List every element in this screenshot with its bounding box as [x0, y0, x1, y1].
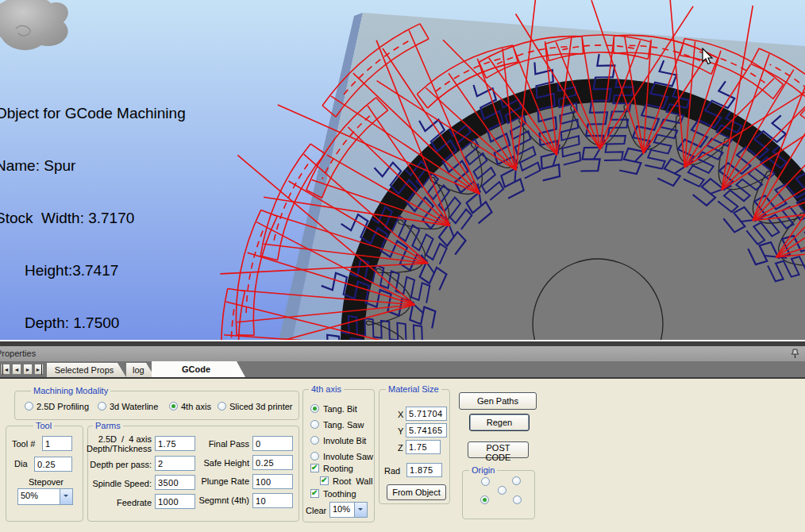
origin-top-right-radio[interactable] — [512, 476, 521, 485]
material-x-field[interactable] — [406, 407, 447, 421]
properties-titlebar: Properties — [0, 346, 805, 361]
clear-value: 10% — [333, 504, 350, 514]
stepover-value: 50% — [21, 491, 38, 500]
origin-center-radio[interactable] — [498, 486, 506, 495]
overlay-line: Name: Spur — [0, 157, 186, 175]
radio-tang-bit[interactable] — [310, 404, 319, 413]
post-code-button[interactable]: POST CODE — [468, 441, 529, 458]
properties-tabstrip: ◄ ◄ ► ► Selected Props log GCode Process… — [0, 361, 805, 379]
overlay-line: Stock Width: 3.7170 — [0, 210, 186, 227]
radio-label: Sliced 3d printer — [229, 402, 293, 411]
radio-3d-waterline[interactable] — [98, 402, 106, 411]
parms-group: Parms 2.5D / 4 axis Depth/Thickness Dept… — [87, 426, 299, 522]
tab-log[interactable]: log — [126, 363, 155, 377]
group-label: Tool — [33, 421, 54, 430]
depth-per-pass-label: Depth per pass: — [85, 460, 152, 469]
radio-sliced-3d-printer[interactable] — [218, 402, 226, 411]
group-label: Origin — [469, 465, 497, 475]
radio-involute-bit[interactable] — [310, 436, 319, 445]
plunge-rate-field[interactable] — [252, 474, 293, 489]
radio-label: Tang. Saw — [323, 420, 364, 430]
properties-title: Properties — [0, 349, 36, 358]
fourth-axis-group: 4th axis Tang. Bit Tang. Saw Involute Bi… — [302, 389, 375, 522]
overlay-line: Height:3.7417 — [0, 262, 186, 279]
depth-label-line2: Depth/Thickness — [85, 444, 152, 453]
radio-label: Involute Bit — [323, 436, 366, 445]
radio-25d-profiling[interactable] — [25, 402, 33, 411]
origin-bottom-right-radio[interactable] — [513, 495, 522, 504]
depth-label-line1: 2.5D / 4 axis — [85, 434, 152, 444]
checkbox-label: Rooting — [323, 464, 353, 473]
segmnt-4th-label: Segmnt (4th) — [174, 495, 249, 505]
overlay-line: Depth: 1.7500 — [0, 314, 186, 332]
rooting-checkbox[interactable] — [310, 464, 319, 472]
regen-button[interactable]: Regen — [469, 414, 530, 431]
chevron-down-icon[interactable] — [60, 489, 72, 504]
rad-label: Rad — [384, 466, 400, 476]
radio-4th-axis[interactable] — [169, 402, 178, 411]
plunge-rate-label: Plunge Rate — [174, 476, 249, 486]
stepover-select[interactable]: 50% — [17, 488, 73, 505]
spindle-speed-label: Spindle Speed: — [85, 479, 152, 488]
origin-top-left-radio[interactable] — [481, 477, 490, 486]
clear-label: Clear — [306, 506, 326, 515]
segmnt-4th-field[interactable] — [252, 493, 293, 508]
material-rad-field[interactable] — [406, 463, 442, 477]
machining-modality-group: Machining Modality 2.5D Profiling 3d Wat… — [14, 391, 299, 420]
radio-label: 2.5D Profiling — [37, 402, 89, 411]
chevron-down-icon[interactable] — [354, 503, 367, 517]
radio-tang-saw[interactable] — [310, 420, 319, 429]
group-label: Material Size — [386, 384, 441, 394]
tab-gcode-processing[interactable]: GCode Processing — [152, 361, 245, 377]
radio-involute-saw[interactable] — [310, 452, 319, 461]
gen-paths-button[interactable]: Gen Paths — [459, 392, 537, 410]
final-pass-field[interactable] — [252, 436, 293, 451]
radio-label: 4th axis — [181, 402, 211, 411]
safe-height-field[interactable] — [252, 455, 293, 470]
pin-icon[interactable] — [791, 349, 800, 359]
tab-nav-first-button[interactable]: ◄ — [1, 364, 10, 375]
material-y-field[interactable] — [406, 423, 447, 438]
stepover-label: Stepover — [29, 477, 64, 487]
group-label: 4th axis — [309, 384, 344, 394]
dia-label: Dia — [14, 459, 28, 468]
x-label: X — [398, 410, 403, 419]
gcode-3d-viewport[interactable]: Object for GCode Machining Name: Spur St… — [0, 0, 805, 340]
checkbox-label: Root Wall — [333, 476, 372, 486]
checkbox-label: Toothing — [323, 489, 356, 499]
y-label: Y — [398, 426, 403, 436]
dia-field[interactable] — [34, 457, 72, 472]
radio-label: Involute Saw — [323, 452, 373, 461]
tool-number-label: Tool # — [12, 439, 35, 449]
tool-number-field[interactable] — [42, 436, 72, 451]
clear-select[interactable]: 10% — [329, 502, 368, 518]
from-object-button[interactable]: From Object — [387, 484, 446, 500]
tab-nav-next-button[interactable]: ► — [23, 364, 33, 375]
tool-group: Tool Tool # Dia Stepover 50% — [6, 426, 83, 522]
group-label: Machining Modality — [31, 386, 110, 395]
origin-group: Origin — [462, 470, 535, 519]
material-z-field[interactable] — [406, 440, 441, 454]
safe-height-label: Safe Height — [174, 458, 249, 468]
gcode-processing-panel: Machining Modality 2.5D Profiling 3d Wat… — [0, 379, 805, 532]
feedrate-label: Feedrate — [85, 498, 152, 507]
tab-nav-last-button[interactable]: ► — [34, 364, 44, 375]
group-label: Parms — [93, 421, 123, 430]
final-pass-label: Final Pass — [174, 439, 249, 449]
origin-bottom-left-radio[interactable] — [480, 495, 489, 504]
overlay-line: Object for GCode Machining — [0, 105, 186, 122]
radio-label: Tang. Bit — [323, 404, 357, 414]
root-wall-checkbox[interactable] — [320, 476, 329, 485]
z-label: Z — [398, 443, 403, 453]
radio-label: 3d Waterline — [110, 402, 158, 411]
toothing-checkbox[interactable] — [310, 489, 319, 498]
material-size-group: Material Size X Y Z Rad From Object — [379, 389, 450, 504]
tab-nav-prev-button[interactable]: ◄ — [12, 364, 21, 375]
tab-selected-props[interactable]: Selected Props — [47, 363, 126, 377]
